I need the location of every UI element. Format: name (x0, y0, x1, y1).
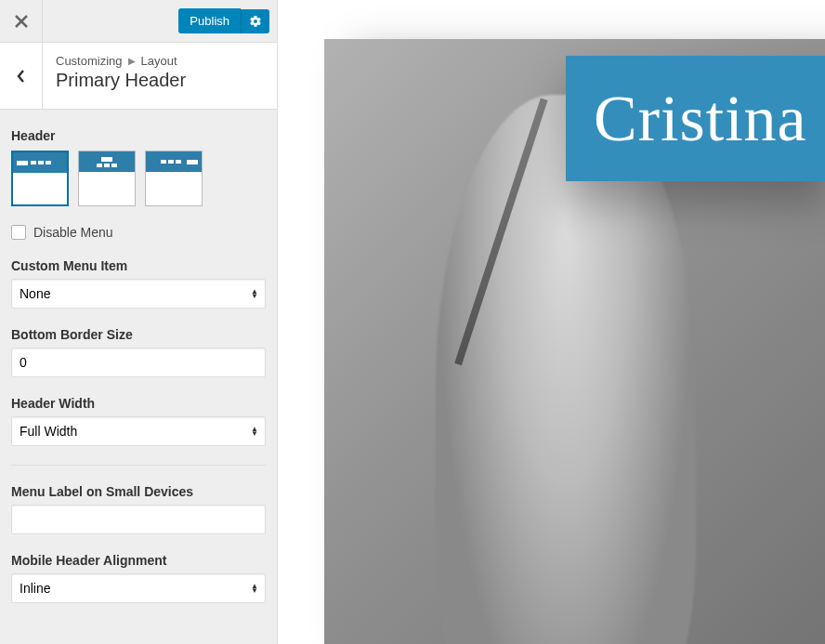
menu-label-small-input[interactable] (11, 505, 266, 534)
publish-settings-button[interactable] (241, 9, 269, 33)
custom-menu-item-select[interactable]: None (11, 279, 266, 309)
close-button[interactable] (0, 0, 43, 43)
header-layout-option-right[interactable] (145, 151, 203, 206)
disable-menu-row: Disable Menu (11, 225, 266, 240)
bottom-border-size-label: Bottom Border Size (11, 327, 266, 342)
mobile-header-alignment-select[interactable]: Inline (11, 573, 266, 603)
mobile-header-alignment-label: Mobile Header Alignment (11, 553, 266, 568)
header-layout-option-left[interactable] (11, 151, 69, 206)
divider (11, 465, 266, 466)
disable-menu-checkbox[interactable] (11, 225, 26, 240)
gear-icon (249, 15, 262, 28)
disable-menu-label: Disable Menu (33, 225, 113, 240)
bottom-border-size-input[interactable] (11, 348, 266, 377)
back-button[interactable] (0, 43, 43, 109)
live-preview: Cristina (278, 0, 825, 644)
breadcrumb: Customizing ▶ Layout (56, 54, 186, 68)
header-width-select[interactable]: Full Width (11, 416, 266, 446)
publish-group: Publish (178, 8, 269, 33)
controls-panel: Header Disable Menu Custom Menu Item Non… (0, 110, 277, 644)
header-layout-option-center[interactable] (78, 151, 136, 206)
sidebar-topbar: Publish (0, 0, 277, 43)
publish-button[interactable]: Publish (178, 8, 241, 33)
site-title: Cristina (594, 82, 807, 156)
close-icon (15, 15, 28, 28)
breadcrumb-root: Customizing (56, 54, 123, 68)
page-title: Primary Header (56, 70, 186, 91)
header-layout-options (11, 151, 266, 206)
customizer-sidebar: Publish Customizing ▶ Layout Primary Hea… (0, 0, 278, 644)
menu-label-small-label: Menu Label on Small Devices (11, 484, 266, 499)
breadcrumb-section: Layout (141, 54, 177, 68)
custom-menu-item-label: Custom Menu Item (11, 258, 266, 273)
header-width-label: Header Width (11, 396, 266, 411)
section-header: Customizing ▶ Layout Primary Header (0, 43, 277, 110)
chevron-left-icon (15, 70, 28, 83)
section-header-text: Customizing ▶ Layout Primary Header (43, 43, 199, 109)
breadcrumb-separator-icon: ▶ (128, 56, 136, 66)
site-title-box: Cristina (566, 56, 825, 181)
header-group-label: Header (11, 128, 266, 143)
